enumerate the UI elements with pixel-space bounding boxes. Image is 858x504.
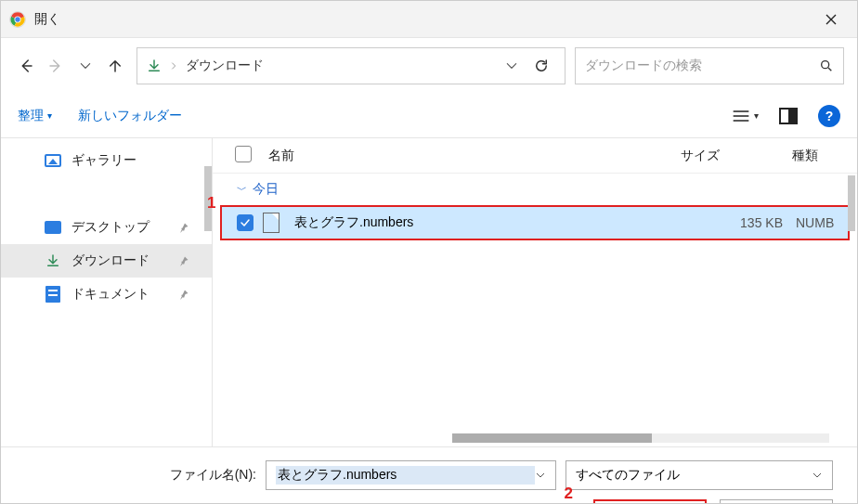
sidebar-item-documents[interactable]: ドキュメント <box>1 278 212 311</box>
search-placeholder: ダウンロードの検索 <box>585 58 819 74</box>
svg-point-4 <box>15 17 20 21</box>
desktop-icon <box>44 218 62 237</box>
filter-value: すべてのファイル <box>576 467 812 484</box>
chevron-down-icon[interactable] <box>535 470 546 481</box>
organize-label: 整理 <box>18 108 44 124</box>
file-row[interactable]: 1 表とグラフ.numbers 135 KB NUMB <box>220 205 850 240</box>
file-type: NUMB <box>796 215 848 230</box>
file-name: 表とグラフ.numbers <box>289 214 703 231</box>
search-box[interactable]: ダウンロードの検索 <box>575 47 844 84</box>
header-checkbox[interactable] <box>235 146 263 165</box>
annotation-1: 1 <box>207 194 215 213</box>
sidebar-item-label: ドキュメント <box>72 286 150 303</box>
chevron-down-icon: ▾ <box>47 110 52 121</box>
download-icon <box>44 252 62 270</box>
search-icon <box>819 58 834 73</box>
file-hscrollbar[interactable] <box>452 433 829 443</box>
nav-buttons <box>14 51 127 81</box>
filename-label: ファイル名(N): <box>1 467 256 484</box>
filename-input[interactable]: 表とグラフ.numbers <box>266 460 556 490</box>
close-button[interactable] <box>812 1 850 38</box>
pin-icon <box>178 255 189 266</box>
window-title: 開く <box>34 11 812 28</box>
annotation-2: 2 <box>565 485 573 503</box>
nav-recent-dropdown[interactable] <box>73 51 98 81</box>
view-menu[interactable]: ▾ <box>732 109 759 123</box>
sidebar-item-gallery[interactable]: ギャラリー <box>1 144 212 177</box>
file-icon <box>263 213 280 233</box>
chevron-down-icon: ﹀ <box>237 183 247 197</box>
filename-value: 表とグラフ.numbers <box>276 466 535 485</box>
path-current: ダウンロード <box>186 58 498 74</box>
toolbar: 整理 ▾ 新しいフォルダー ▾ ? <box>1 94 857 138</box>
help-button[interactable]: ? <box>818 105 840 127</box>
chevron-right-icon <box>169 59 178 72</box>
group-header[interactable]: ﹀ 今日 <box>213 174 857 203</box>
path-dropdown-icon[interactable] <box>505 59 518 72</box>
file-type-filter[interactable]: すべてのファイル <box>566 460 833 490</box>
sidebar-item-label: デスクトップ <box>72 219 150 236</box>
chrome-icon <box>8 10 27 29</box>
sidebar-item-label: ダウンロード <box>72 252 150 269</box>
chevron-down-icon <box>812 470 823 481</box>
column-name[interactable]: 名前 <box>263 148 681 164</box>
footer: ファイル名(N): 表とグラフ.numbers すべてのファイル 2 開く(O)… <box>1 446 857 504</box>
column-size[interactable]: サイズ <box>681 148 792 164</box>
chevron-down-icon: ▾ <box>754 110 759 121</box>
download-arrow-icon <box>147 58 162 73</box>
svg-point-5 <box>822 61 829 69</box>
nav-forward-button[interactable] <box>44 51 68 81</box>
sidebar: ギャラリー デスクトップ ダウンロード ドキュメント <box>1 138 213 446</box>
file-size: 135 KB <box>703 215 796 230</box>
new-folder-label: 新しいフォルダー <box>78 108 182 123</box>
file-list-header: 名前 サイズ 種類 <box>213 138 857 174</box>
nav-row: ダウンロード ダウンロードの検索 <box>1 38 857 94</box>
column-type[interactable]: 種類 <box>792 148 857 164</box>
gallery-icon <box>44 151 62 170</box>
sidebar-item-label: ギャラリー <box>72 152 136 169</box>
nav-up-button[interactable] <box>103 51 127 81</box>
list-view-icon <box>732 109 750 123</box>
file-vscrollbar[interactable] <box>848 175 855 231</box>
group-label: 今日 <box>253 181 279 198</box>
organize-menu[interactable]: 整理 ▾ <box>18 108 52 124</box>
main-area: ギャラリー デスクトップ ダウンロード ドキュメント <box>1 138 857 446</box>
pin-icon <box>178 289 189 300</box>
row-checkbox[interactable] <box>237 214 254 231</box>
open-button[interactable]: 開く(O) <box>593 499 707 504</box>
sidebar-item-downloads[interactable]: ダウンロード <box>1 244 212 278</box>
document-icon <box>44 285 62 304</box>
path-box[interactable]: ダウンロード <box>136 47 566 84</box>
file-pane: 名前 サイズ 種類 ﹀ 今日 1 表とグラフ.numbers 135 KB NU… <box>213 138 857 446</box>
nav-back-button[interactable] <box>14 51 38 81</box>
sidebar-item-desktop[interactable]: デスクトップ <box>1 211 212 244</box>
pin-icon <box>178 222 189 233</box>
new-folder-button[interactable]: 新しいフォルダー <box>78 108 182 124</box>
refresh-button[interactable] <box>533 58 555 74</box>
cancel-button[interactable]: キャンセル <box>720 499 833 504</box>
preview-pane-toggle[interactable] <box>779 108 798 124</box>
titlebar: 開く <box>1 1 857 38</box>
